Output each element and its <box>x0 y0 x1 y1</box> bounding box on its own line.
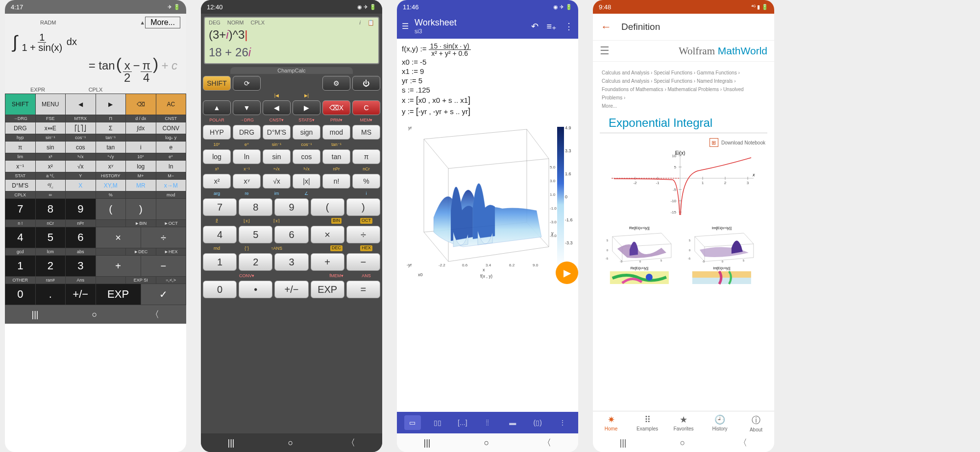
calc-key[interactable]: X <box>66 180 96 191</box>
calc-key[interactable]: ⌫ <box>126 94 156 115</box>
recents-icon[interactable]: ||| <box>228 438 235 448</box>
calc-key[interactable]: 8 <box>239 198 272 216</box>
formula-line[interactable]: x0 := -5 <box>402 58 573 66</box>
formula-line[interactable]: x := [x0 , x0 + s .. x1] <box>402 95 573 105</box>
calc-key[interactable]: 7 <box>203 198 237 216</box>
home-icon[interactable]: ○ <box>484 438 490 448</box>
calc-key[interactable]: • <box>239 281 272 298</box>
calc-key[interactable]: xʸ <box>96 161 126 172</box>
tool-button[interactable]: ▭ <box>404 415 421 430</box>
formula-line[interactable]: f(x,y) := 15 · sin(x · y)x² + y² + 0.6 <box>402 43 573 57</box>
breadcrumb[interactable]: Calculus and Analysis › Special Function… <box>593 62 774 113</box>
calc-key[interactable]: ( <box>96 199 126 219</box>
calc-key[interactable]: e <box>156 142 186 153</box>
calc-key[interactable]: 6 <box>66 227 96 248</box>
tab-home[interactable]: ✷Home <box>593 414 629 432</box>
calc-key[interactable]: ÷ <box>141 227 186 248</box>
more-icon[interactable]: ⋮ <box>564 21 573 32</box>
calc-key[interactable]: 4 <box>5 227 35 248</box>
calc-key[interactable]: n! <box>322 174 350 189</box>
recents-icon[interactable]: ||| <box>424 438 431 448</box>
calc-key[interactable]: Σ <box>96 122 126 134</box>
tool-button[interactable]: ▯▯ <box>429 415 446 430</box>
calc-key[interactable]: + <box>311 253 344 271</box>
tool-button[interactable]: [...] <box>454 415 471 430</box>
calc-key[interactable]: − <box>346 253 380 271</box>
calc-key[interactable]: HYP <box>203 125 231 140</box>
calc-key[interactable]: cos <box>66 142 96 153</box>
calc-key[interactable]: xʸ <box>233 174 261 189</box>
home-icon[interactable]: ○ <box>92 309 98 320</box>
formula-line[interactable]: s := .125 <box>402 86 573 94</box>
tool-button[interactable]: ▬ <box>504 415 521 430</box>
calc-key[interactable]: ∫dx <box>126 122 156 134</box>
mode-cplx[interactable]: CPLX <box>67 87 124 93</box>
more-button[interactable]: More... <box>145 17 180 28</box>
tab-history[interactable]: 🕘History <box>702 414 738 432</box>
calc-key[interactable]: 3 <box>66 256 96 276</box>
calc-key[interactable]: = <box>346 281 380 298</box>
calc-key[interactable]: ✓ <box>141 284 186 305</box>
calc-key[interactable]: ◀ <box>263 100 291 115</box>
calc-key[interactable]: CONV <box>156 122 186 134</box>
calc-key[interactable]: π <box>5 142 35 153</box>
calc-key[interactable]: 4 <box>203 226 237 243</box>
calc-key[interactable]: D°M'S <box>263 125 291 140</box>
tool-button[interactable]: ⋮ <box>554 415 571 430</box>
calc-key[interactable]: ⎡⎣⎤⎦ <box>66 122 96 134</box>
calc-key[interactable]: % <box>352 174 380 189</box>
undo-icon[interactable]: ↶ <box>531 21 539 32</box>
calc-key[interactable]: 5 <box>36 227 66 248</box>
worksheet-body[interactable]: f(x,y) := 15 · sin(x · y)x² + y² + 0.6 x… <box>397 39 578 412</box>
add-line-icon[interactable]: ≡₊ <box>546 21 557 32</box>
recents-icon[interactable]: ||| <box>620 438 627 448</box>
calc-key[interactable]: ⌫X <box>322 100 350 115</box>
clipboard-icon[interactable]: 📋 <box>368 20 374 26</box>
mode-expr[interactable]: EXPR <box>9 87 67 93</box>
info-icon[interactable]: i <box>360 20 361 26</box>
calc-key[interactable]: +/− <box>66 284 96 305</box>
formula-line[interactable]: x1 := 9 <box>402 67 573 75</box>
calc-key[interactable]: x² <box>36 161 66 172</box>
calc-key[interactable]: tan <box>322 149 350 164</box>
tool-button[interactable]: ⦙⦙ <box>479 415 496 430</box>
calc-key[interactable]: ▶ <box>96 94 126 115</box>
download-notebook[interactable]: ⊞ Download Notebook <box>593 138 774 147</box>
calc-key[interactable]: ÷ <box>346 226 380 243</box>
calc-key[interactable]: ln <box>233 149 261 164</box>
home-icon[interactable]: ○ <box>680 438 686 448</box>
calc-key[interactable]: 6 <box>274 226 308 243</box>
menu-icon[interactable]: ☰ <box>600 45 610 57</box>
calc-key[interactable]: × <box>311 226 344 243</box>
calc-key[interactable]: x⁻¹ <box>5 161 35 172</box>
formula-line[interactable]: y := [-yr , -yr + s .. yr] <box>402 106 573 117</box>
calc-key[interactable]: 0 <box>203 281 237 298</box>
calc-key[interactable]: ▲ <box>203 100 231 115</box>
calc-key[interactable]: AC <box>156 94 186 115</box>
calc-key[interactable]: 9 <box>66 199 96 219</box>
calc-key[interactable]: − <box>141 256 186 276</box>
calc-key[interactable] <box>156 199 186 219</box>
calc-key[interactable]: 2 <box>36 256 66 276</box>
calc-key[interactable]: ⟳ <box>233 76 261 91</box>
back-icon[interactable]: ← <box>601 21 612 33</box>
back-icon[interactable]: 〈 <box>738 437 747 449</box>
calc-key[interactable]: 0 <box>5 284 35 305</box>
calc-key[interactable]: MR <box>126 180 156 191</box>
calc-key[interactable]: 1 <box>5 256 35 276</box>
calc-key[interactable]: +/− <box>274 281 308 298</box>
calc-key[interactable]: ▼ <box>233 100 261 115</box>
surface-plot[interactable]: 4.93.31.60-1.6-3.3-4.9 yr -yr x0 f(x , y… <box>402 119 573 281</box>
calc-key[interactable]: log <box>203 149 231 164</box>
calc-key[interactable]: XY,M <box>96 180 126 191</box>
calc-key[interactable]: ⏻ <box>352 76 380 91</box>
calc-key[interactable]: sin <box>263 149 291 164</box>
calc-key[interactable]: ln <box>156 161 186 172</box>
calc-key[interactable]: × <box>96 227 141 248</box>
back-icon[interactable]: 〈 <box>346 437 355 449</box>
calc-key[interactable]: 2 <box>239 253 272 271</box>
calc-key[interactable]: EXP <box>311 281 344 298</box>
calc-key[interactable]: 9 <box>274 198 308 216</box>
calc-key[interactable]: EXP <box>96 284 141 305</box>
calc-key[interactable]: tan <box>96 142 126 153</box>
